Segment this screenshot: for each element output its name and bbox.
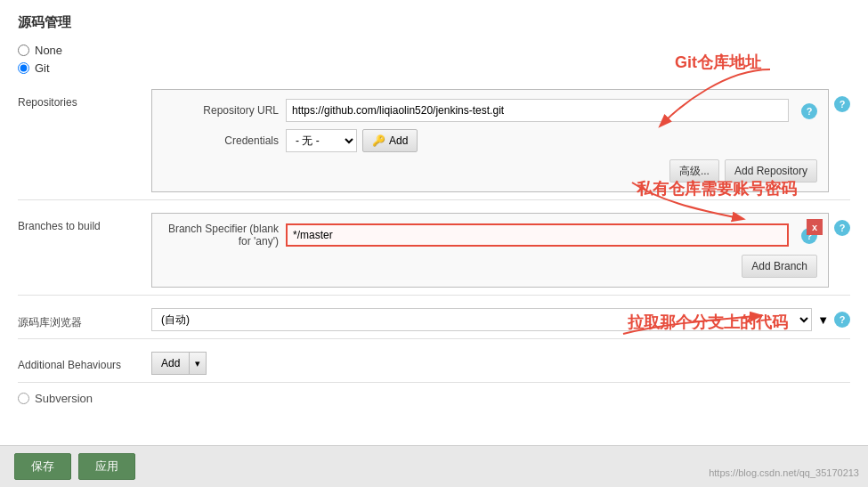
radio-subversion[interactable] [18,393,29,404]
browser-help-icon[interactable]: ? [834,312,850,328]
subversion-row: Subversion [18,388,850,409]
advanced-button[interactable]: 高级... [669,159,719,183]
main-content: 源码管理 None Git Repositories Repository UR… [0,0,868,423]
add-credentials-button[interactable]: 🔑 Add [362,129,418,152]
browser-dropdown-arrow: ▼ [817,313,829,327]
repo-url-help-icon[interactable]: ? [801,103,817,119]
repo-url-input[interactable] [286,99,789,122]
radio-group: None Git [18,44,850,75]
save-button[interactable]: 保存 [14,453,71,480]
credentials-row: Credentials - 无 - 🔑 Add [163,129,817,152]
branch-specifier-label: Branch Specifier (blank for 'any') [163,223,279,248]
bottom-bar: 保存 应用 [0,445,868,487]
repositories-help-icon[interactable]: ? [834,96,850,112]
repositories-label: Repositories [18,89,151,109]
add-btn-group: Add ▾ [151,352,850,375]
add-behaviour-caret[interactable]: ▾ [189,352,207,375]
additional-content: Add ▾ [151,352,850,375]
branches-help-icon[interactable]: ? [834,220,850,236]
add-branch-row: Add Branch [163,255,817,278]
branches-content: x Branch Specifier (blank for 'any') ? A… [151,213,829,288]
branches-section: Branches to build x Branch Specifier (bl… [18,206,850,296]
repo-url-row: Repository URL ? [163,99,817,122]
remove-branch-button[interactable]: x [807,219,823,235]
add-repository-button[interactable]: Add Repository [725,159,817,183]
apply-button[interactable]: 应用 [78,453,135,480]
browser-select-row: (自动) ▼ [151,308,829,331]
radio-none[interactable] [18,45,29,56]
radio-none-item: None [18,44,850,57]
radio-git[interactable] [18,62,29,74]
page-title: 源码管理 [18,14,850,31]
browser-dropdown[interactable]: (自动) [151,308,812,331]
repo-url-label: Repository URL [163,104,279,117]
branch-specifier-input[interactable] [286,223,789,247]
page-wrapper: 源码管理 None Git Repositories Repository UR… [0,0,868,487]
credentials-label: Credentials [163,134,279,147]
repositories-box: Repository URL ? Credentials - 无 - 🔑 [151,89,829,192]
watermark: https://blog.csdn.net/qq_35170213 [709,467,859,478]
branches-box: x Branch Specifier (blank for 'any') ? A… [151,213,829,288]
radio-git-label: Git [35,61,50,75]
browser-content: (自动) ▼ [151,308,829,331]
subversion-label: Subversion [35,392,93,405]
key-icon: 🔑 [372,134,385,147]
additional-section: Additional Behaviours Add ▾ [18,345,850,383]
repositories-content: Repository URL ? Credentials - 无 - 🔑 [151,89,829,192]
browser-label: 源码库浏览器 [18,308,151,330]
add-behaviour-button[interactable]: Add [151,352,189,375]
browser-section: 源码库浏览器 (自动) ▼ ? [18,301,850,339]
add-branch-button[interactable]: Add Branch [742,255,817,278]
radio-none-label: None [35,44,62,57]
branch-specifier-row: Branch Specifier (blank for 'any') ? [163,223,817,248]
advanced-add-row: 高级... Add Repository [163,159,817,183]
additional-label: Additional Behaviours [18,352,151,371]
branches-label: Branches to build [18,213,151,232]
credentials-controls: - 无 - 🔑 Add [286,129,418,152]
repositories-section: Repositories Repository URL ? Credential… [18,82,850,200]
credentials-select[interactable]: - 无 - [286,129,357,152]
radio-git-item: Git [18,61,850,75]
